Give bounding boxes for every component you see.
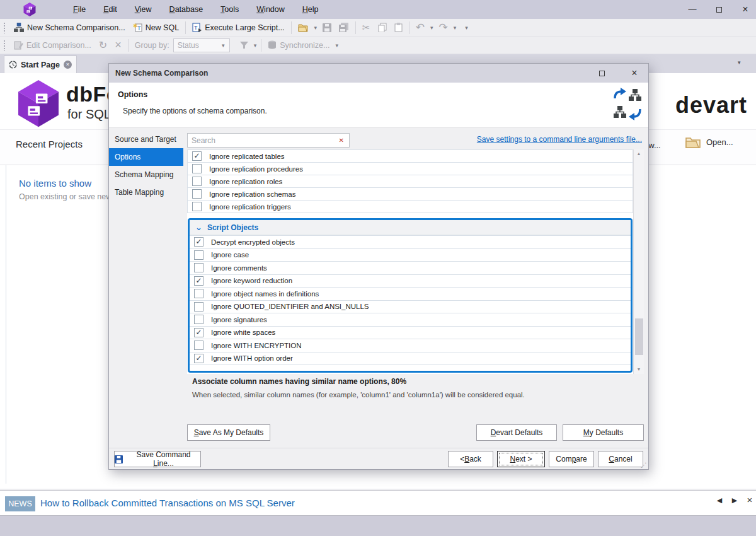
dialog-nav-item[interactable]: Source and Target	[109, 131, 183, 148]
checkbox[interactable]: ✓	[194, 237, 203, 247]
synchronize-dropdown-caret[interactable]: ▾	[333, 42, 340, 49]
refresh-button[interactable]: ↻	[95, 38, 111, 53]
paste-button[interactable]	[391, 20, 406, 35]
checkbox[interactable]	[192, 189, 202, 199]
checkbox[interactable]	[192, 177, 202, 186]
dialog-nav-item[interactable]: Table Mapping	[109, 184, 183, 201]
save-all-button[interactable]	[335, 20, 353, 35]
menu-item-view[interactable]: View	[129, 0, 158, 19]
option-row[interactable]: Ignore QUOTED_IDENTIFIER and ANSI_NULLS	[190, 300, 631, 314]
menu-item-window[interactable]: Window	[250, 0, 290, 19]
checkbox[interactable]	[194, 289, 203, 298]
toolbar-drag-handle[interactable]	[3, 40, 6, 51]
menu-item-file[interactable]: File	[67, 0, 92, 19]
option-row[interactable]: ✓Ignore replicated tables	[187, 149, 633, 163]
option-row[interactable]: Ignore object names in definitions	[190, 287, 631, 301]
compare-button[interactable]: Compare	[549, 451, 594, 467]
open-file-button[interactable]	[294, 20, 312, 35]
filter-button[interactable]	[236, 38, 252, 53]
checkbox[interactable]: ✓	[194, 354, 203, 363]
back-button[interactable]: < Back	[448, 451, 493, 467]
news-headline-link[interactable]: How to Rollback Committed Transactions o…	[40, 498, 295, 508]
checkbox[interactable]	[194, 341, 203, 350]
cancel-button[interactable]: Cancel	[598, 451, 643, 467]
menu-item-edit[interactable]: Edit	[97, 0, 123, 19]
checkbox[interactable]: ✓	[194, 328, 203, 337]
window-close-button[interactable]: ×	[735, 0, 756, 19]
synchronize-button[interactable]: Synchronize...	[264, 38, 333, 53]
dialog-maximize-button[interactable]	[599, 69, 605, 78]
toolbar-options-caret[interactable]: ▾	[463, 25, 470, 31]
redo-dropdown-caret[interactable]: ▾	[452, 25, 459, 31]
tab-list-caret[interactable]: ▾	[736, 59, 743, 66]
checkbox[interactable]	[192, 202, 202, 211]
option-row[interactable]: Ignore case	[190, 248, 631, 262]
checkbox[interactable]	[194, 315, 203, 324]
search-input[interactable]	[188, 136, 334, 145]
stop-button[interactable]: ×	[111, 38, 125, 53]
window-minimize-button[interactable]: —	[682, 0, 703, 19]
toolbar-drag-handle[interactable]	[3, 22, 6, 33]
checkbox[interactable]	[194, 302, 203, 312]
scroll-up-arrow[interactable]: ▲	[634, 149, 644, 158]
option-row[interactable]: Ignore replication procedures	[187, 162, 633, 175]
menu-item-database[interactable]: Database	[163, 0, 210, 19]
new-sql-button[interactable]: T✱ New SQL	[129, 20, 183, 35]
my-defaults-button[interactable]: My Defaults	[563, 424, 644, 441]
news-next-button[interactable]: ▶	[728, 494, 741, 506]
checkbox[interactable]	[194, 263, 203, 272]
undo-button[interactable]: ↶	[412, 20, 428, 35]
next-button[interactable]: Next >	[497, 451, 545, 467]
option-row[interactable]: ✓Decrypt encrypted objects	[190, 235, 631, 249]
new-schema-comparison-button[interactable]: New Schema Comparison...	[10, 20, 129, 35]
execute-large-script-button[interactable]: T Execute Large Script...	[188, 20, 288, 35]
option-row[interactable]: ✓Ignore WITH option order	[190, 352, 631, 366]
save-as-my-defaults-button[interactable]: Save As My Defaults	[187, 424, 270, 441]
save-settings-link[interactable]: Save settings to a command line argument…	[477, 135, 642, 144]
open-dropdown-caret[interactable]: ▾	[312, 25, 319, 31]
option-row[interactable]: Ignore replication roles	[187, 175, 633, 188]
checkbox[interactable]	[192, 164, 202, 173]
save-command-line-button[interactable]: Save Command Line...	[114, 451, 201, 467]
filter-dropdown-caret[interactable]: ▾	[252, 42, 259, 49]
dialog-nav-item[interactable]: Schema Mapping	[109, 166, 183, 184]
option-label: Decrypt encrypted objects	[211, 238, 295, 246]
option-row[interactable]: Ignore replication schemas	[187, 187, 633, 201]
option-row[interactable]: Ignore replication triggers	[187, 200, 633, 213]
copy-button[interactable]	[374, 20, 391, 35]
option-row[interactable]: ✓Ignore white spaces	[190, 326, 631, 340]
undo-dropdown-caret[interactable]: ▾	[428, 25, 435, 31]
option-row[interactable]: ✓Ignore keyword reduction	[190, 274, 631, 288]
chevron-down-icon: ⌄	[195, 224, 202, 231]
tab-close-icon[interactable]: ×	[64, 61, 72, 69]
devart-defaults-button[interactable]: Devart Defaults	[476, 424, 557, 441]
search-clear-icon[interactable]: ✕	[334, 137, 349, 144]
news-prev-button[interactable]: ◀	[713, 494, 726, 506]
dialog-nav-item[interactable]: Options	[109, 148, 183, 166]
checkbox[interactable]: ✓	[192, 151, 202, 161]
redo-button[interactable]: ↷	[435, 20, 451, 35]
open-project-button[interactable]: Open...	[685, 136, 733, 148]
cut-button[interactable]: ✂	[358, 20, 374, 35]
menu-item-tools[interactable]: Tools	[214, 0, 245, 19]
news-close-button[interactable]: ×	[743, 494, 756, 506]
option-row[interactable]: Ignore comments	[190, 261, 631, 275]
scroll-down-arrow[interactable]: ▼	[634, 365, 644, 374]
checkbox[interactable]: ✓	[194, 276, 203, 286]
group-by-select[interactable]: Status ▾	[173, 38, 230, 52]
checkbox[interactable]	[194, 250, 203, 260]
option-row[interactable]: Ignore signatures	[190, 313, 631, 327]
tab-start-page[interactable]: Start Page ×	[4, 55, 77, 73]
dialog-close-button[interactable]: ×	[627, 64, 642, 83]
window-maximize-button[interactable]	[708, 0, 730, 19]
scrollbar-thumb[interactable]	[635, 318, 643, 355]
refresh-icon: ↻	[99, 40, 107, 50]
panel-divider	[6, 165, 6, 484]
resize-grip[interactable]: ⋰	[641, 462, 647, 469]
save-button[interactable]	[319, 20, 335, 35]
script-objects-header[interactable]: ⌄ Script Objects	[190, 220, 631, 235]
menu-item-help[interactable]: Help	[296, 0, 325, 19]
option-row[interactable]: Ignore WITH ENCRYPTION	[190, 339, 631, 352]
edit-comparison-button[interactable]: Edit Comparison...	[10, 38, 95, 53]
save-all-icon	[339, 23, 349, 32]
